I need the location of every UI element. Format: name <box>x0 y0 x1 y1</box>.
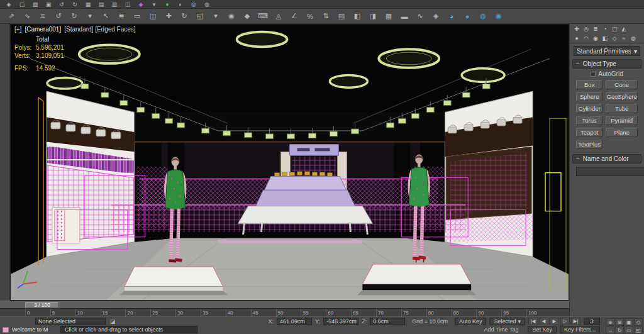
viewport-general-menu[interactable]: [+] <box>14 26 21 33</box>
timeline-tick[interactable]: 0 <box>25 309 50 316</box>
timeline-tick[interactable]: 60 <box>326 309 351 316</box>
timeline-tick[interactable]: 80 <box>426 309 452 316</box>
teapot-button[interactable]: Teapot <box>576 128 602 137</box>
angle-snap-icon[interactable]: ∠ <box>289 11 299 21</box>
percent-snap-icon[interactable]: % <box>305 11 315 21</box>
tube-button[interactable]: Tube <box>606 104 638 113</box>
geosphere-button[interactable]: GeoSphere <box>606 92 638 101</box>
y-coordinate-field[interactable]: -545.397cm <box>323 318 358 325</box>
scene-explorer-icon[interactable]: ▤ <box>97 1 105 8</box>
named-selection-sets-icon[interactable]: ▤ <box>336 11 347 21</box>
rendered-frame-window-icon[interactable]: ◍ <box>478 11 488 21</box>
bind-to-space-warp-icon[interactable]: ≋ <box>38 11 48 21</box>
snaps-toggle-icon[interactable]: ◬ <box>274 11 284 21</box>
timeline-tick[interactable]: 25 <box>150 309 175 316</box>
pan-view-icon[interactable]: ↔ <box>606 326 614 334</box>
torus-button[interactable]: Torus <box>576 116 602 125</box>
zoom-all-icon[interactable]: ⊞ <box>615 318 624 326</box>
select-and-link-icon[interactable]: ⇗ <box>6 11 16 21</box>
use-pivot-point-icon[interactable]: ◉ <box>226 11 236 21</box>
timeline-tick[interactable]: 10 <box>75 309 101 316</box>
autogrid-checkbox[interactable]: AutoGrid <box>572 69 641 78</box>
toggle-ribbon-icon[interactable]: ▬ <box>399 11 409 21</box>
time-slider-thumb[interactable]: 3 / 100 <box>25 302 59 308</box>
go-to-start-icon[interactable]: |◀ <box>528 318 538 325</box>
zoom-region-icon[interactable]: ▭ <box>625 326 633 334</box>
rectangular-selection-region-icon[interactable]: ▭ <box>132 11 142 21</box>
maximize-viewport-icon[interactable]: ◱ <box>634 326 643 334</box>
display-tab-icon[interactable]: ▢ <box>611 25 618 32</box>
orbit-icon[interactable]: ↻ <box>615 326 624 334</box>
select-and-rotate-icon[interactable]: ↻ <box>179 11 189 21</box>
zoom-extents-icon[interactable]: ▣ <box>625 318 633 326</box>
open-file-icon[interactable]: ▧ <box>31 1 39 8</box>
timeline-tick[interactable]: 95 <box>501 309 526 316</box>
utilities-tab-icon[interactable]: ◭ <box>620 25 628 32</box>
timeline-tick[interactable]: 35 <box>201 309 226 316</box>
textplus-button[interactable]: TextPlus <box>576 140 602 149</box>
save-file-icon[interactable]: ▣ <box>45 1 52 8</box>
render-presets-icon[interactable]: ◐ <box>177 1 184 8</box>
layer-explorer-icon[interactable]: ▥ <box>111 1 118 8</box>
camera-viewport[interactable]: [+] [Camera001] [Standard] [Edged Faces]… <box>10 24 569 301</box>
timeline-tick[interactable]: 55 <box>301 309 326 316</box>
curve-editor-icon[interactable]: ∿ <box>415 11 425 21</box>
unlink-selection-icon[interactable]: ⇘ <box>22 11 32 21</box>
render-setup-icon[interactable]: ● <box>462 11 472 21</box>
window-crossing-toggle-icon[interactable]: ◫ <box>148 11 158 21</box>
viewport-canvas[interactable] <box>11 25 569 300</box>
hierarchy-tab-icon[interactable]: ≣ <box>592 25 599 32</box>
timeline-tick[interactable]: 100 <box>526 309 552 316</box>
select-by-name-icon[interactable]: ≣ <box>116 11 126 21</box>
timeline-tick[interactable]: 70 <box>376 309 401 316</box>
redo-icon[interactable]: ↻ <box>69 11 79 21</box>
cylinder-button[interactable]: Cylinder <box>576 104 602 113</box>
selection-filter-dropdown[interactable]: ▾ <box>85 11 95 21</box>
time-slider[interactable]: 3 / 100 <box>0 301 569 308</box>
zoom-icon[interactable]: ⊕ <box>606 318 614 326</box>
systems-category-icon[interactable]: ◍ <box>630 35 637 42</box>
play-animation-icon[interactable]: ▶ <box>550 318 559 325</box>
select-and-scale-icon[interactable]: ◱ <box>195 11 205 21</box>
timeline-tick[interactable]: 5 <box>50 309 75 316</box>
undo-icon[interactable]: ↺ <box>53 11 64 21</box>
render-production-icon[interactable]: ◉ <box>494 11 504 21</box>
select-and-move-icon[interactable]: ✚ <box>164 11 174 21</box>
search-icon[interactable]: ◍ <box>203 1 211 8</box>
auto-key-button[interactable]: Auto Key <box>455 318 487 325</box>
next-frame-icon[interactable]: ▷ <box>560 318 570 325</box>
set-key-button[interactable]: Set Key <box>528 326 557 333</box>
new-scene-icon[interactable]: ▢ <box>18 1 26 8</box>
key-filters-button[interactable]: Key Filters... <box>560 326 600 333</box>
cameras-category-icon[interactable]: ◧ <box>601 35 609 42</box>
redo-small-icon[interactable]: ↻ <box>71 1 79 8</box>
material-editor-icon[interactable]: ◕ <box>447 11 457 21</box>
keyboard-override-icon[interactable]: ⌨ <box>258 11 268 21</box>
timeline-tick[interactable]: 50 <box>276 309 301 316</box>
reference-coordinate-dropdown[interactable]: ▾ <box>211 11 221 21</box>
macro-recorder-strip[interactable] <box>3 327 9 333</box>
current-frame-field[interactable]: 3 <box>584 318 600 325</box>
application-menu-icon[interactable]: ◈ <box>5 1 13 8</box>
animate-mode-dropdown[interactable]: Selected ▾ <box>489 318 525 325</box>
timeline-tick[interactable]: 75 <box>401 309 426 316</box>
timeline-tick[interactable]: 30 <box>175 309 201 316</box>
primitives-dropdown[interactable]: Standard Primitives ▾ <box>574 46 640 56</box>
viewport-shading-menu[interactable]: [Standard] [Edged Faces] <box>64 26 135 33</box>
mirror-icon[interactable]: ◧ <box>352 11 362 21</box>
state-sets-icon[interactable]: ◆ <box>137 1 145 8</box>
name-color-rollout-header[interactable]: − Name and Color <box>572 154 641 164</box>
timeline-tick[interactable]: 15 <box>101 309 126 316</box>
civil-view-icon[interactable]: ● <box>164 1 171 8</box>
select-object-icon[interactable]: ↖ <box>101 11 111 21</box>
space-warps-category-icon[interactable]: ≈ <box>620 35 628 42</box>
create-tab-icon[interactable]: ✚ <box>573 25 580 32</box>
align-icon[interactable]: ◨ <box>368 11 378 21</box>
workspace-dropdown-icon[interactable]: ▾ <box>150 1 158 8</box>
motion-tab-icon[interactable]: ◔ <box>601 25 609 32</box>
cone-button[interactable]: Cone <box>606 80 638 89</box>
pyramid-button[interactable]: Pyramid <box>606 116 638 125</box>
timeline-tick[interactable]: 45 <box>251 309 276 316</box>
plane-button[interactable]: Plane <box>606 128 638 137</box>
timeline-tick[interactable]: 65 <box>351 309 376 316</box>
